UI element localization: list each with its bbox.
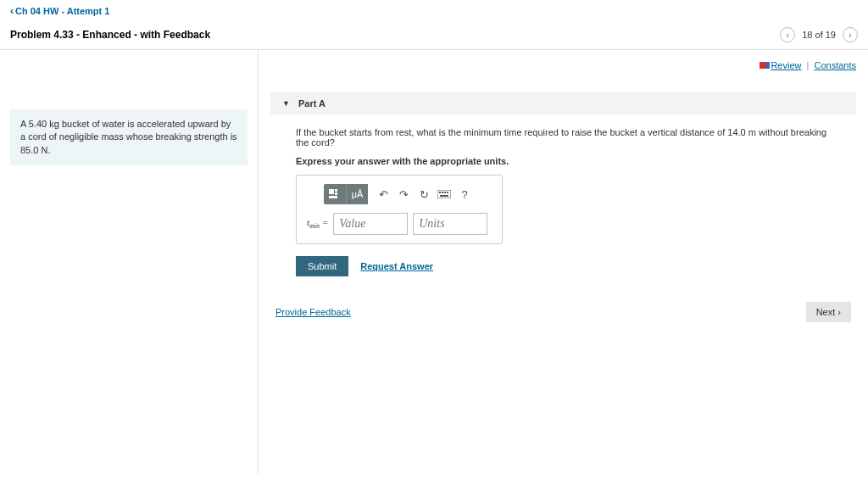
svg-rect-6 bbox=[442, 192, 443, 193]
template-picker-button[interactable] bbox=[324, 184, 346, 204]
constants-link[interactable]: Constants bbox=[814, 60, 856, 70]
redo-button[interactable]: ↷ bbox=[393, 184, 414, 204]
breadcrumb[interactable]: ‹ Ch 04 HW - Attempt 1 bbox=[10, 5, 109, 17]
review-link[interactable]: Review bbox=[771, 60, 801, 70]
submit-button[interactable]: Submit bbox=[296, 256, 348, 276]
undo-button[interactable]: ↶ bbox=[373, 184, 393, 204]
instruction-text: Express your answer with the appropriate… bbox=[296, 156, 831, 166]
units-input[interactable] bbox=[413, 213, 487, 235]
problem-statement: A 5.40 kg bucket of water is accelerated… bbox=[10, 109, 248, 165]
reset-button[interactable]: ↻ bbox=[414, 184, 434, 204]
svg-rect-3 bbox=[329, 196, 337, 198]
svg-rect-1 bbox=[335, 189, 337, 192]
pager-text: 18 of 19 bbox=[802, 30, 836, 40]
question-text: If the bucket starts from rest, what is … bbox=[296, 127, 831, 148]
units-button[interactable]: μÅ bbox=[346, 184, 368, 204]
variable-symbol: tmin = bbox=[307, 217, 328, 230]
answer-box: μÅ ↶ ↷ ↻ ? bbox=[296, 175, 503, 244]
breadcrumb-text: Ch 04 HW - Attempt 1 bbox=[15, 6, 109, 16]
svg-rect-9 bbox=[440, 195, 448, 197]
part-header[interactable]: ▼ Part A bbox=[270, 92, 856, 115]
help-button[interactable]: ? bbox=[454, 184, 475, 204]
svg-rect-2 bbox=[335, 192, 337, 195]
next-button[interactable]: Next › bbox=[806, 302, 851, 322]
part-label: Part A bbox=[298, 98, 326, 109]
chevron-right-icon: › bbox=[837, 307, 841, 317]
template-icon bbox=[329, 189, 341, 199]
triangle-down-icon: ▼ bbox=[282, 99, 290, 108]
next-circle-button[interactable]: › bbox=[843, 27, 858, 42]
keyboard-button[interactable] bbox=[434, 184, 454, 204]
prev-button[interactable]: ‹ bbox=[780, 27, 795, 42]
svg-rect-4 bbox=[437, 190, 451, 198]
review-icon bbox=[760, 62, 766, 69]
svg-rect-7 bbox=[444, 192, 446, 193]
svg-rect-8 bbox=[447, 192, 448, 193]
chevron-left-icon: ‹ bbox=[10, 5, 14, 17]
toolbar: μÅ ↶ ↷ ↻ ? bbox=[307, 184, 492, 204]
provide-feedback-link[interactable]: Provide Feedback bbox=[275, 307, 351, 317]
svg-rect-0 bbox=[329, 189, 334, 194]
page-title: Problem 4.33 - Enhanced - with Feedback bbox=[10, 29, 210, 41]
pager: ‹ 18 of 19 › bbox=[780, 27, 858, 42]
value-input[interactable] bbox=[333, 213, 408, 235]
svg-rect-5 bbox=[439, 192, 441, 193]
keyboard-icon bbox=[437, 190, 451, 198]
request-answer-link[interactable]: Request Answer bbox=[360, 261, 433, 271]
top-links: Review | Constants bbox=[270, 60, 856, 70]
